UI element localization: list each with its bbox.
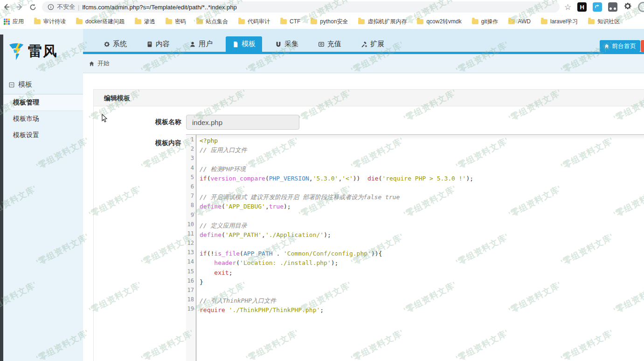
bookmark-label: python安全 — [320, 18, 348, 26]
bookmark-item[interactable]: 站点集合 — [196, 18, 228, 26]
sidebar-item-template-settings[interactable]: 模板设置 — [0, 127, 83, 144]
bookmark-label: qcow2转vmdk — [426, 18, 461, 26]
site-logo[interactable]: 雷风 — [8, 42, 58, 61]
sidebar-group-template[interactable]: 模板 — [0, 76, 83, 94]
bookmark-label: 站点集合 — [206, 18, 228, 26]
breadcrumb-label[interactable]: 开始 — [97, 59, 110, 68]
line-number-gutter: 12345678910111213141516171819 — [186, 135, 196, 361]
panel-title: 编辑模板 — [94, 90, 644, 106]
folder-icon — [238, 19, 245, 24]
bookmark-item[interactable]: AWD — [508, 18, 531, 25]
nav-label: 扩展 — [370, 40, 384, 49]
nav-label: 内容 — [156, 40, 170, 49]
reload-button[interactable] — [26, 1, 39, 13]
nav-label: 用户 — [199, 40, 213, 49]
edit-template-panel: 编辑模板 模板名称 模板内容 1234567891011121314151617… — [93, 89, 644, 361]
bookmark-label: 渗透 — [144, 18, 155, 26]
url-field[interactable]: 不安全 | lfcms.com/admin.php?s=/Template/ed… — [42, 1, 560, 13]
template-name-input[interactable] — [186, 115, 299, 130]
template-content-label: 模板内容 — [94, 134, 186, 147]
home-icon — [89, 61, 95, 67]
folder-icon — [166, 19, 172, 24]
bookmark-item[interactable]: qcow2转vmdk — [417, 18, 461, 26]
back-icon — [3, 3, 10, 11]
nav-item-user[interactable]: 用户 — [183, 36, 219, 52]
nav-item-extension[interactable]: 扩展 — [354, 36, 391, 52]
bookmark-label: 应用 — [13, 18, 24, 26]
nav-item-content[interactable]: 内容 — [140, 36, 176, 52]
folder-icon — [358, 19, 365, 24]
frontend-home-button[interactable]: 前台首页 — [600, 40, 640, 52]
bookmark-item[interactable]: 审计待读 — [34, 18, 66, 26]
nav-item-system[interactable]: 系统 — [97, 36, 133, 52]
folder-icon — [472, 19, 478, 24]
book-icon — [146, 41, 153, 48]
magnet-icon — [275, 41, 282, 48]
frontend-home-label: 前台首页 — [612, 42, 636, 50]
top-nav-bar: 系统 内容 用户 模板 采集 — [83, 29, 644, 52]
bookmark-item[interactable]: 应用 — [4, 18, 24, 26]
nav-item-collect[interactable]: 采集 — [269, 36, 305, 52]
url-separator: | — [78, 4, 79, 11]
bookmark-label: 虚拟机扩展内存 — [367, 18, 407, 26]
reload-icon — [29, 4, 36, 11]
code-editor[interactable]: 12345678910111213141516171819 <?php// 应用… — [186, 134, 644, 361]
tornado-logo-icon — [8, 42, 25, 61]
home-icon — [604, 43, 609, 49]
browser-address-bar: 不安全 | lfcms.com/admin.php?s=/Template/ed… — [0, 0, 644, 14]
extension-h-icon[interactable]: H — [577, 2, 587, 12]
nav-item-recharge[interactable]: 充值 — [312, 36, 348, 52]
sidebar: 模板 模板管理 模板市场 模板设置 — [0, 76, 83, 144]
extension-icon — [361, 41, 367, 48]
nav-item-template[interactable]: 模板 — [226, 36, 262, 52]
bookmark-label: git操作 — [481, 18, 499, 26]
bookmarks-bar-items: 应用审计待读docker搭建问题渗透密码站点集合代码审计CTFpython安全虚… — [4, 18, 620, 26]
forward-button[interactable] — [13, 1, 26, 13]
bookmark-label: 代码审计 — [248, 18, 270, 26]
back-button[interactable] — [0, 1, 13, 13]
collapse-icon — [8, 82, 15, 88]
code-content[interactable]: <?php// 应用入口文件 // 检测PHP环境if(version_comp… — [197, 135, 644, 315]
folder-icon — [76, 19, 83, 24]
bookmark-label: 密码 — [175, 18, 186, 26]
bookmark-label: 知识社区 — [597, 18, 620, 26]
user-icon — [189, 41, 196, 48]
file-icon — [232, 41, 239, 48]
proxy-switch-icon[interactable] — [593, 2, 602, 12]
bookmark-item[interactable]: CTF — [280, 18, 300, 25]
bookmark-item[interactable]: 密码 — [166, 18, 186, 26]
security-label: 不安全 — [57, 3, 75, 11]
apps-grid-icon — [4, 19, 10, 25]
gear-extension-icon[interactable] — [623, 2, 632, 12]
folder-icon — [311, 19, 317, 24]
logo-text: 雷风 — [28, 42, 58, 61]
profile-avatar[interactable] — [638, 2, 644, 12]
money-icon — [318, 41, 325, 48]
template-name-row: 模板名称 — [94, 115, 644, 130]
left-column: 雷风 模板 模板管理 模板市场 模板设置 — [0, 29, 83, 361]
bookmark-item[interactable]: python安全 — [311, 18, 348, 26]
gear-icon — [104, 41, 110, 48]
bookmark-item[interactable]: docker搭建问题 — [76, 18, 125, 26]
bookmark-label: laravel学习 — [550, 18, 578, 26]
window-edge — [0, 35, 3, 361]
main-area: 编辑模板 模板名称 模板内容 1234567891011121314151617… — [83, 74, 644, 361]
bookmark-label: AWD — [518, 18, 531, 25]
bookmark-item[interactable]: 虚拟机扩展内存 — [358, 18, 407, 26]
bookmark-item[interactable]: 渗透 — [135, 18, 155, 26]
nav-label: 模板 — [242, 40, 256, 49]
bookmark-item[interactable]: 代码审计 — [238, 18, 270, 26]
sidebar-group-label: 模板 — [18, 80, 32, 89]
logout-button[interactable] — [641, 40, 644, 52]
mask-extension-icon[interactable] — [608, 2, 617, 12]
sidebar-item-template-manage[interactable]: 模板管理 — [0, 94, 83, 111]
nav-label: 系统 — [113, 40, 127, 49]
folder-icon — [135, 19, 141, 24]
bookmark-item[interactable]: git操作 — [472, 18, 499, 26]
bookmark-item[interactable]: laravel学习 — [541, 18, 578, 26]
folder-icon — [588, 19, 595, 24]
bookmark-item[interactable]: 知识社区 — [588, 18, 620, 26]
bookmark-label: CTF — [290, 18, 300, 25]
sidebar-item-template-market[interactable]: 模板市场 — [0, 111, 83, 127]
bookmark-star-icon[interactable]: ☆ — [564, 3, 571, 11]
